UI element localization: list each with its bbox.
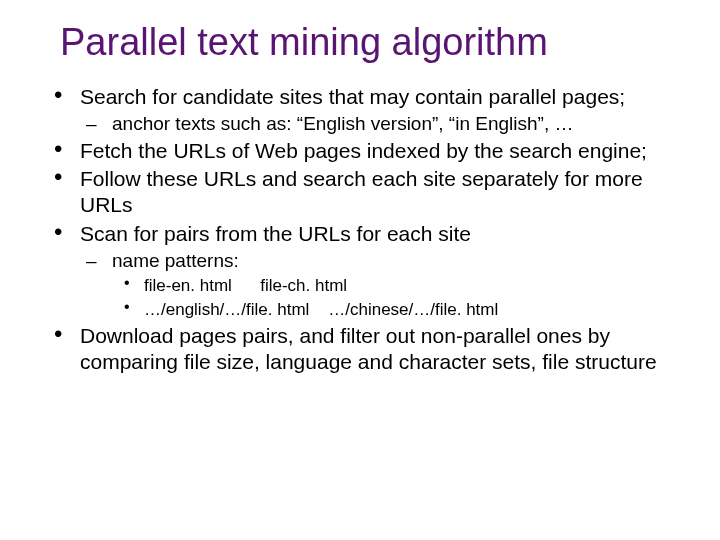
- bullet-text: Fetch the URLs of Web pages indexed by t…: [80, 139, 647, 162]
- list-item: Follow these URLs and search each site s…: [40, 166, 680, 219]
- sub-sub-list: file-en. html file-ch. html …/english/…/…: [112, 275, 680, 321]
- bullet-text: Download pages pairs, and filter out non…: [80, 324, 657, 373]
- slide-title: Parallel text mining algorithm: [60, 22, 680, 64]
- bullet-text: Follow these URLs and search each site s…: [80, 167, 643, 216]
- list-item: …/english/…/file. html …/chinese/…/file.…: [112, 299, 680, 321]
- list-item: anchor texts such as: “English version”,…: [80, 112, 680, 136]
- bullet-text: anchor texts such as: “English version”,…: [112, 113, 573, 134]
- sub-list: name patterns: file-en. html file-ch. ht…: [80, 249, 680, 321]
- list-item: name patterns: file-en. html file-ch. ht…: [80, 249, 680, 321]
- bullet-list: Search for candidate sites that may cont…: [40, 84, 680, 375]
- list-item: Scan for pairs from the URLs for each si…: [40, 221, 680, 321]
- bullet-text: file-en. html file-ch. html: [144, 276, 347, 295]
- list-item: Download pages pairs, and filter out non…: [40, 323, 680, 376]
- list-item: file-en. html file-ch. html: [112, 275, 680, 297]
- bullet-text: name patterns:: [112, 250, 239, 271]
- bullet-text: …/english/…/file. html …/chinese/…/file.…: [144, 300, 498, 319]
- list-item: Fetch the URLs of Web pages indexed by t…: [40, 138, 680, 164]
- slide: Parallel text mining algorithm Search fo…: [0, 0, 720, 540]
- sub-list: anchor texts such as: “English version”,…: [80, 112, 680, 136]
- bullet-text: Search for candidate sites that may cont…: [80, 85, 625, 108]
- bullet-text: Scan for pairs from the URLs for each si…: [80, 222, 471, 245]
- list-item: Search for candidate sites that may cont…: [40, 84, 680, 136]
